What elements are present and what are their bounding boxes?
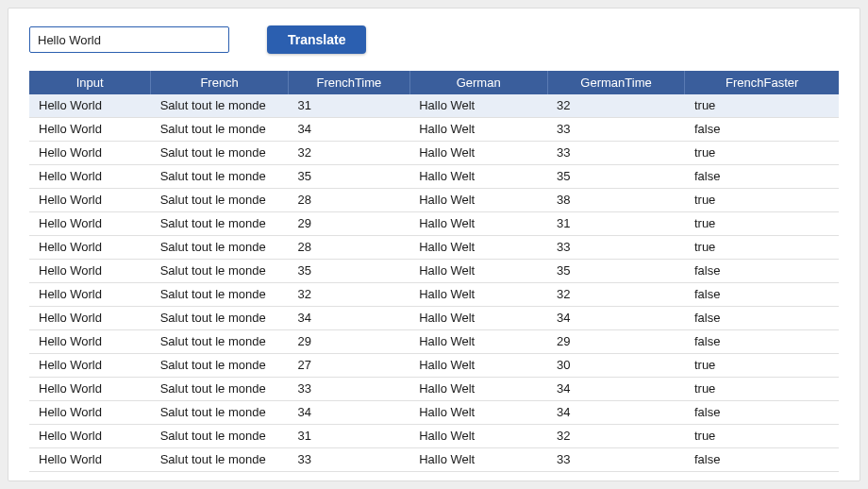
cell-german: Hallo Welt <box>409 425 547 448</box>
cell-french-faster: false <box>685 283 839 307</box>
cell-german-time: 34 <box>547 401 685 425</box>
cell-french-faster: true <box>685 236 839 260</box>
cell-french-faster: true <box>685 378 839 401</box>
cell-input: Hello World <box>29 378 151 401</box>
cell-german-time: 31 <box>547 212 685 236</box>
table-row[interactable]: Hello WorldSalut tout le monde34Hallo We… <box>29 118 839 142</box>
cell-french-faster: true <box>685 94 839 118</box>
table-row[interactable]: Hello WorldSalut tout le monde31Hallo We… <box>29 94 839 118</box>
cell-german-time: 33 <box>547 118 685 142</box>
cell-french: Salut tout le monde <box>151 425 289 448</box>
table-row[interactable]: Hello WorldSalut tout le monde27Hallo We… <box>29 354 839 378</box>
cell-input: Hello World <box>29 448 151 472</box>
cell-input: Hello World <box>29 283 151 307</box>
cell-french: Salut tout le monde <box>151 94 289 118</box>
cell-french-time: 28 <box>289 189 410 212</box>
table-row[interactable]: Hello WorldSalut tout le monde33Hallo We… <box>29 448 839 472</box>
table-row[interactable]: Hello WorldSalut tout le monde28Hallo We… <box>29 189 839 212</box>
cell-french: Salut tout le monde <box>151 401 289 425</box>
cell-german-time: 33 <box>547 236 685 260</box>
cell-french: Salut tout le monde <box>151 165 289 189</box>
table-row[interactable]: Hello WorldSalut tout le monde34Hallo We… <box>29 307 839 330</box>
cell-french: Salut tout le monde <box>151 260 289 283</box>
cell-french: Salut tout le monde <box>151 283 289 307</box>
results-table: Input French FrenchTime German GermanTim… <box>29 71 839 472</box>
col-header-french-faster[interactable]: FrenchFaster <box>685 71 839 94</box>
cell-input: Hello World <box>29 425 151 448</box>
cell-german: Hallo Welt <box>409 401 547 425</box>
cell-input: Hello World <box>29 307 151 330</box>
table-row[interactable]: Hello WorldSalut tout le monde32Hallo We… <box>29 142 839 165</box>
cell-french-time: 27 <box>289 354 410 378</box>
cell-french: Salut tout le monde <box>151 189 289 212</box>
cell-french-faster: false <box>685 330 839 354</box>
cell-german: Hallo Welt <box>409 142 547 165</box>
cell-german-time: 34 <box>547 307 685 330</box>
cell-german-time: 33 <box>547 142 685 165</box>
table-row[interactable]: Hello WorldSalut tout le monde28Hallo We… <box>29 236 839 260</box>
table-row[interactable]: Hello WorldSalut tout le monde31Hallo We… <box>29 425 839 448</box>
cell-input: Hello World <box>29 189 151 212</box>
cell-german: Hallo Welt <box>409 378 547 401</box>
table-row[interactable]: Hello WorldSalut tout le monde35Hallo We… <box>29 260 839 283</box>
cell-french-faster: true <box>685 425 839 448</box>
cell-french-faster: false <box>685 401 839 425</box>
cell-german-time: 33 <box>547 448 685 472</box>
cell-french-time: 35 <box>289 165 410 189</box>
table-row[interactable]: Hello WorldSalut tout le monde33Hallo We… <box>29 378 839 401</box>
cell-french: Salut tout le monde <box>151 448 289 472</box>
cell-input: Hello World <box>29 94 151 118</box>
cell-german-time: 35 <box>547 165 685 189</box>
cell-french-time: 29 <box>289 330 410 354</box>
cell-french-faster: true <box>685 212 839 236</box>
cell-french-time: 33 <box>289 378 410 401</box>
cell-german: Hallo Welt <box>409 307 547 330</box>
cell-french-time: 32 <box>289 283 410 307</box>
cell-french-time: 35 <box>289 260 410 283</box>
table-row[interactable]: Hello WorldSalut tout le monde34Hallo We… <box>29 401 839 425</box>
col-header-french-time[interactable]: FrenchTime <box>289 71 410 94</box>
cell-french: Salut tout le monde <box>151 212 289 236</box>
cell-french: Salut tout le monde <box>151 142 289 165</box>
table-header-row: Input French FrenchTime German GermanTim… <box>29 71 839 94</box>
cell-french: Salut tout le monde <box>151 378 289 401</box>
cell-french: Salut tout le monde <box>151 330 289 354</box>
cell-german-time: 29 <box>547 330 685 354</box>
cell-german-time: 32 <box>547 94 685 118</box>
cell-german: Hallo Welt <box>409 330 547 354</box>
cell-french-faster: false <box>685 307 839 330</box>
cell-german: Hallo Welt <box>409 94 547 118</box>
cell-german: Hallo Welt <box>409 283 547 307</box>
table-row[interactable]: Hello WorldSalut tout le monde29Hallo We… <box>29 330 839 354</box>
table-row[interactable]: Hello WorldSalut tout le monde35Hallo We… <box>29 165 839 189</box>
cell-german-time: 38 <box>547 189 685 212</box>
table-row[interactable]: Hello WorldSalut tout le monde29Hallo We… <box>29 212 839 236</box>
cell-french-faster: false <box>685 448 839 472</box>
cell-french-faster: true <box>685 142 839 165</box>
cell-german-time: 32 <box>547 283 685 307</box>
cell-input: Hello World <box>29 330 151 354</box>
col-header-input[interactable]: Input <box>29 71 151 94</box>
col-header-french[interactable]: French <box>151 71 289 94</box>
cell-french-faster: true <box>685 354 839 378</box>
cell-input: Hello World <box>29 165 151 189</box>
col-header-german[interactable]: German <box>409 71 547 94</box>
source-text-input[interactable] <box>29 26 229 53</box>
cell-french-faster: true <box>685 189 839 212</box>
cell-german: Hallo Welt <box>409 236 547 260</box>
cell-french-time: 29 <box>289 212 410 236</box>
cell-german: Hallo Welt <box>409 212 547 236</box>
table-row[interactable]: Hello WorldSalut tout le monde32Hallo We… <box>29 283 839 307</box>
cell-french-time: 32 <box>289 142 410 165</box>
cell-input: Hello World <box>29 212 151 236</box>
main-panel: Translate Input French FrenchTime German… <box>8 8 860 481</box>
col-header-german-time[interactable]: GermanTime <box>547 71 685 94</box>
cell-french: Salut tout le monde <box>151 354 289 378</box>
translate-button[interactable]: Translate <box>267 25 366 54</box>
controls-row: Translate <box>29 25 839 54</box>
cell-german: Hallo Welt <box>409 189 547 212</box>
cell-french-faster: false <box>685 165 839 189</box>
cell-french: Salut tout le monde <box>151 118 289 142</box>
cell-french-time: 28 <box>289 236 410 260</box>
cell-german-time: 34 <box>547 378 685 401</box>
